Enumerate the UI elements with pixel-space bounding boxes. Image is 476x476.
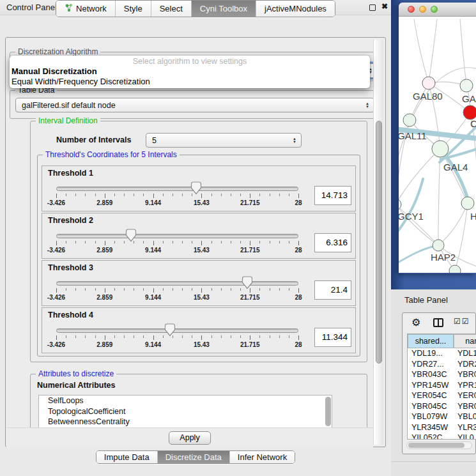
table-hscrollbar-track[interactable] [406, 441, 472, 449]
table-row[interactable]: YPR145WYPR1 [408, 380, 476, 391]
table-data-combobox[interactable]: galFiltered.sif default node ▲▼ [15, 98, 374, 112]
threshold-slider[interactable]: -3.4262.8599.14415.4321.71528 [46, 227, 309, 257]
slider-thumb[interactable] [242, 276, 253, 289]
tick-mark [231, 288, 231, 291]
panel-scrollbar-thumb[interactable] [376, 121, 382, 364]
slider-thumb[interactable] [190, 181, 201, 195]
tab-label: Discretize Data [165, 452, 222, 462]
tab-cyni-toolbox[interactable]: Cyni Toolbox [191, 1, 256, 17]
cell-shared-name: YDR27... [408, 359, 454, 370]
tick-mark [134, 194, 134, 196]
tick-mark [143, 194, 144, 196]
tick-mark [124, 194, 125, 196]
tick-mark [192, 241, 192, 243]
column-header-shared[interactable]: shared... [408, 334, 454, 348]
table-header-row: shared...name [408, 334, 476, 348]
tick-mark [66, 288, 66, 291]
tick-label: 21.715 [240, 341, 260, 348]
tick-mark [298, 241, 299, 245]
table-toolbar: ⚙ ☑☑ [403, 313, 475, 332]
tab-discretize-data[interactable]: Discretize Data [157, 451, 229, 463]
slider-track[interactable] [56, 234, 298, 238]
cell-name: YBR0 [454, 401, 476, 412]
network-view[interactable]: GAL80GACGAL11GAL4GCY1HHAP2 [399, 17, 476, 273]
threshold-value-field[interactable]: 6.316 [314, 233, 351, 252]
tick-mark [279, 241, 280, 243]
tick-mark [240, 241, 241, 243]
tick-mark [66, 335, 66, 338]
table-row[interactable]: YIL052CYIL0 [408, 433, 476, 440]
attribute-item-betweennesscentrality[interactable]: BetweennessCentrality [39, 417, 332, 427]
cell-name: YDR2 [454, 359, 476, 370]
thresholds-group: Threshold's Coordinates for 5 Intervals … [37, 155, 360, 357]
close-light-icon[interactable] [408, 6, 415, 13]
slider-track[interactable] [56, 281, 298, 286]
table-hscrollbar-thumb[interactable] [408, 443, 464, 448]
threshold-slider[interactable]: -3.4262.8599.14415.4321.71528 [46, 275, 309, 305]
tick-mark [231, 241, 231, 243]
threshold-card-4: Threshold 4-3.4262.8599.14415.4321.71528… [42, 307, 356, 353]
tick-mark [153, 194, 154, 198]
tick-mark [289, 335, 289, 338]
tick-mark [105, 335, 105, 340]
tab-style[interactable]: Style [115, 1, 151, 17]
table-row[interactable]: YBL079WYBL0 [408, 411, 476, 422]
tab-network[interactable]: Network [56, 1, 115, 17]
slider-track[interactable] [56, 328, 298, 333]
algorithm-option-equal-width-frequency-discretization[interactable]: Equal Width/Frequency Discretization [10, 77, 370, 87]
table-row[interactable]: YBR045CYBR0 [408, 401, 476, 412]
tick-mark [85, 241, 86, 243]
network-window[interactable]: GAL80GACGAL11GAL4GCY1HHAP2 [399, 3, 476, 273]
network-window-titlebar [399, 3, 476, 17]
threshold-slider[interactable]: -3.4262.8599.14415.4321.71528 [46, 180, 309, 210]
tick-label: 9.144 [145, 247, 161, 254]
table-row[interactable]: YLR345WYLR3 [408, 422, 476, 433]
zoom-light-icon[interactable] [431, 6, 438, 13]
node-table[interactable]: shared...name YDL19...YDL1YDR27...YDR2YB… [407, 334, 476, 440]
tick-mark [221, 288, 222, 291]
tab-impute-data[interactable]: Impute Data [96, 451, 157, 463]
tick-label: 9.144 [145, 199, 161, 206]
network-node-label: H [470, 211, 476, 222]
threshold-value-field[interactable]: 11.344 [314, 328, 351, 347]
thresholds-group-title: Threshold's Coordinates for 5 Intervals [43, 150, 180, 159]
threshold-card-3: Threshold 3-3.4262.8599.14415.4321.71528… [42, 260, 356, 306]
tick-mark [298, 335, 299, 340]
tick-mark [114, 241, 115, 243]
table-row[interactable]: YDL19...YDL1 [408, 348, 476, 359]
table-row[interactable]: YBR043CYBR0 [408, 369, 476, 380]
column-header-name[interactable]: name [454, 334, 476, 348]
minimize-light-icon[interactable] [419, 6, 426, 13]
bottom-tab-bar: Impute DataDiscretize DataInfer Network [0, 450, 391, 464]
tick-label: 28 [295, 247, 302, 254]
panel-scrollbar-track[interactable] [373, 40, 383, 445]
cell-name: YDL1 [454, 348, 476, 359]
tick-label: 15.43 [194, 341, 210, 348]
slider-ticks [56, 335, 298, 341]
slider-thumb[interactable] [126, 229, 137, 242]
split-columns-icon[interactable] [433, 318, 443, 327]
tab-jactivemnodules[interactable]: jActiveMNodules [256, 1, 335, 17]
gear-icon[interactable]: ⚙ [411, 316, 420, 328]
cell-name: YLR3 [454, 422, 476, 433]
threshold-slider[interactable]: -3.4262.8599.14415.4321.71528 [46, 322, 309, 352]
slider-thumb[interactable] [165, 323, 176, 337]
threshold-value-field[interactable]: 21.4 [314, 280, 351, 300]
tick-mark [259, 194, 260, 196]
slider-track[interactable] [56, 187, 298, 191]
attribute-item-topologicalcoefficient[interactable]: TopologicalCoefficient [39, 406, 332, 417]
list-scrollbar-thumb[interactable] [325, 397, 331, 426]
table-row[interactable]: YDR27...YDR2 [408, 359, 476, 370]
checkbox-icons[interactable]: ☑☑ [454, 317, 470, 326]
threshold-value-field[interactable]: 14.713 [314, 186, 351, 205]
tick-mark [95, 241, 96, 243]
tab-infer-network[interactable]: Infer Network [229, 451, 295, 463]
attribute-item-selfloops[interactable]: SelfLoops [39, 395, 332, 406]
tick-mark [75, 241, 76, 243]
number-of-intervals-combobox[interactable]: 5 ▲▼ [146, 133, 302, 148]
apply-button[interactable]: Apply [169, 431, 211, 445]
algorithm-option-manual-discretization[interactable]: Manual Discretization [10, 66, 370, 77]
table-row[interactable]: YER054CYER0 [408, 390, 476, 401]
tab-select[interactable]: Select [151, 1, 191, 17]
network-node [463, 105, 476, 119]
